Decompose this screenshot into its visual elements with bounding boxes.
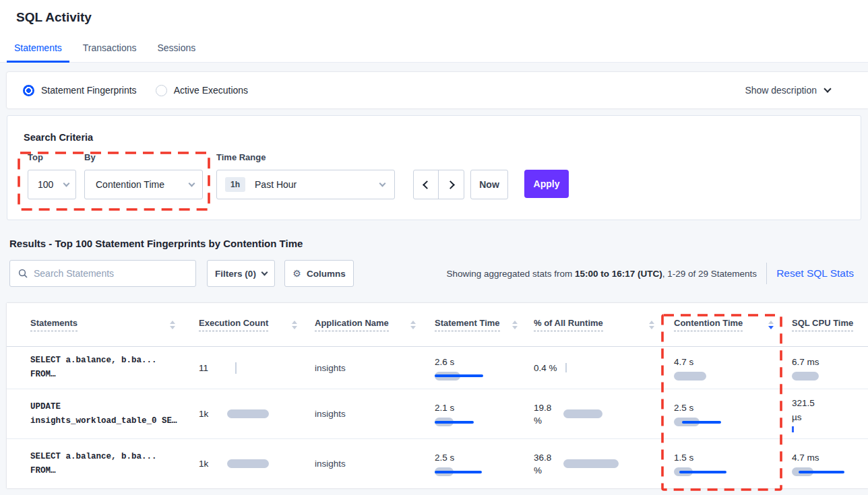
sort-icon[interactable]: [170, 321, 175, 329]
tab-statements[interactable]: Statements: [7, 34, 69, 62]
time-range-label: Time Range: [216, 152, 266, 162]
column-header-contention-time: Contention Time: [674, 318, 792, 331]
statement-fingerprint-link[interactable]: UPDATEinsights_workload_table_0 SE…: [30, 400, 177, 428]
page-body: Statement Fingerprints Active Executions…: [0, 63, 868, 488]
reset-sql-stats-link[interactable]: Reset SQL Stats: [776, 267, 861, 279]
column-header-application-name: Application Name: [315, 318, 435, 331]
by-label: By: [84, 152, 96, 162]
sort-icon[interactable]: [512, 321, 518, 329]
radio-statement-fingerprints[interactable]: Statement Fingerprints: [23, 85, 137, 96]
chevron-down-icon: [261, 269, 268, 276]
tab-transactions[interactable]: Transactions: [75, 34, 144, 62]
sort-icon-active[interactable]: [768, 321, 774, 329]
statement-fingerprint-link[interactable]: SELECT a.balance, b.ba...FROM…: [30, 450, 157, 478]
columns-button[interactable]: ⚙ Columns: [284, 260, 354, 287]
sort-icon[interactable]: [649, 321, 654, 329]
sort-icon[interactable]: [292, 321, 297, 329]
execution-count-value: 11: [199, 362, 227, 374]
chevron-down-icon: [379, 180, 386, 187]
sql-cpu-time-cell: 4.7 ms: [792, 451, 859, 476]
statement-time-cell: 2.6 s: [435, 356, 502, 381]
application-name: insights: [315, 459, 346, 469]
sort-icon[interactable]: [410, 321, 416, 329]
page-title: SQL Activity: [0, 0, 868, 34]
column-header-statements: Statements: [7, 318, 199, 331]
time-range-select[interactable]: 1h Past Hour: [216, 170, 395, 199]
radio-active-executions[interactable]: Active Executions: [156, 85, 249, 96]
statement-time-cell: 2.1 s: [435, 401, 502, 426]
contention-time-cell: 1.5 s: [674, 451, 741, 476]
search-icon: [18, 269, 28, 278]
show-description-toggle[interactable]: Show description: [745, 85, 852, 96]
statements-table: Statements Execution Count Application N…: [7, 303, 868, 488]
column-header-sql-cpu-time: SQL CPU Time: [792, 318, 868, 331]
column-header-execution-count: Execution Count: [199, 318, 315, 331]
sql-cpu-time-cell: 6.7 ms: [792, 356, 859, 381]
gear-icon: ⚙: [292, 268, 301, 279]
chevron-down-icon: [824, 85, 831, 92]
execution-count-value: 1k: [199, 457, 227, 470]
sql-cpu-time-bar: [792, 426, 794, 432]
now-button[interactable]: Now: [470, 170, 508, 199]
radio-label: Statement Fingerprints: [41, 85, 137, 96]
search-input[interactable]: [34, 268, 187, 279]
view-mode-bar: Statement Fingerprints Active Executions…: [7, 72, 868, 108]
application-name: insights: [315, 409, 346, 419]
column-header-percent-runtime: % of All Runtime: [534, 318, 674, 331]
search-criteria-heading: Search Criteria: [24, 132, 93, 143]
table-row[interactable]: SELECT a.balance, b.ba...FROM… 11 insigh…: [7, 347, 868, 389]
search-statements-box[interactable]: [9, 260, 196, 287]
showing-stats-text: Showing aggregated stats from 15:00 to 1…: [446, 269, 757, 279]
filters-button[interactable]: Filters (0): [207, 260, 275, 287]
results-heading: Results - Top 100 Statement Fingerprints…: [9, 238, 868, 249]
application-name: insights: [315, 363, 346, 373]
sql-cpu-time-cell: 321.5 µs: [792, 396, 823, 432]
top-select[interactable]: 100: [28, 170, 76, 199]
radio-selected-icon[interactable]: [23, 85, 34, 96]
column-header-statement-time: Statement Time: [435, 318, 534, 331]
table-header-row: Statements Execution Count Application N…: [7, 303, 868, 347]
table-row[interactable]: UPDATEinsights_workload_table_0 SE… 1k i…: [7, 389, 868, 439]
chevron-left-icon: [423, 180, 431, 189]
top-bar: SQL Activity Statements Transactions Ses…: [0, 0, 868, 63]
execution-count-value: 1k: [199, 407, 227, 420]
statement-fingerprint-link[interactable]: SELECT a.balance, b.ba...FROM…: [30, 354, 157, 382]
chevron-right-icon: [446, 180, 455, 189]
percent-runtime-value: 19.8 %: [534, 401, 557, 427]
previous-time-button[interactable]: [414, 170, 439, 199]
radio-label: Active Executions: [174, 85, 249, 96]
search-criteria-card: Search Criteria Top By Time Range 100 Co…: [7, 115, 861, 220]
statement-time-cell: 2.5 s: [435, 451, 502, 476]
apply-button[interactable]: Apply: [524, 170, 569, 198]
by-select[interactable]: Contention Time: [84, 170, 203, 199]
chevron-down-icon: [63, 180, 70, 187]
percent-runtime-bar: [565, 363, 567, 372]
percent-runtime-value: 0.4 %: [534, 362, 557, 374]
percent-runtime-bar: [563, 459, 619, 468]
time-range-badge: 1h: [225, 177, 245, 192]
contention-time-cell: 2.5 s: [674, 401, 741, 426]
execution-count-bar: [235, 362, 237, 374]
percent-runtime-value: 36.8 %: [534, 451, 557, 477]
execution-count-bar: [227, 459, 269, 468]
execution-count-bar: [227, 409, 269, 418]
contention-time-cell: 4.7 s: [674, 356, 741, 381]
chevron-down-icon: [189, 180, 195, 187]
radio-unselected-icon[interactable]: [156, 85, 167, 96]
tab-sessions[interactable]: Sessions: [150, 34, 203, 62]
time-range-nav: [413, 170, 464, 199]
top-label: Top: [28, 152, 43, 162]
percent-runtime-bar: [563, 409, 602, 418]
results-toolbar: Filters (0) ⚙ Columns Showing aggregated…: [9, 260, 861, 287]
next-time-button[interactable]: [439, 170, 464, 199]
tab-bar: Statements Transactions Sessions: [0, 34, 868, 63]
table-row[interactable]: SELECT a.balance, b.ba...FROM… 1k insigh…: [7, 439, 868, 488]
divider: [766, 263, 767, 284]
